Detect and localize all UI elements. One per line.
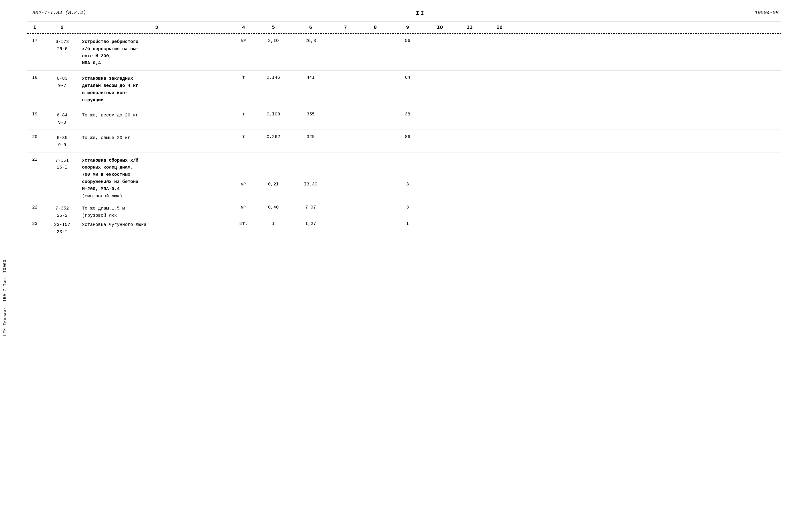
- row-desc: То же, весом до 20 кг: [82, 112, 231, 119]
- row-val5: 44I: [291, 75, 330, 80]
- row-num: 22: [27, 205, 42, 210]
- row-unit: т: [231, 75, 256, 80]
- col-header-6: 6: [291, 24, 330, 30]
- row-val8: 56: [390, 38, 425, 43]
- row-num: I8: [27, 75, 42, 80]
- row-val4: 0,2I: [256, 157, 291, 187]
- row-num: 20: [27, 134, 42, 139]
- row-val4: 0,I08: [256, 112, 291, 117]
- row-val5: 355: [291, 112, 330, 117]
- row-val8: 38: [390, 112, 425, 117]
- header-center: II: [416, 10, 425, 17]
- table-row: 20 6-859-9 То же, свыше 20 кг т 0,262 32…: [27, 130, 781, 152]
- row-desc: То же диам.1,5 м(грузовой люк: [82, 205, 231, 219]
- row-code: 23-I5723-I: [42, 221, 82, 235]
- row-num: I7: [27, 38, 42, 43]
- row-val8: 3: [390, 205, 425, 210]
- row-val5: I3,30: [291, 157, 330, 187]
- row-code: 6-859-9: [42, 134, 82, 149]
- row-val8: 3: [390, 157, 425, 187]
- row-val4: 0,262: [256, 134, 291, 139]
- row-val4: 0,I46: [256, 75, 291, 80]
- table-row: 2I 7-35I25-I Установка сборных х/бопорны…: [27, 152, 781, 204]
- col-header-10: IO: [425, 24, 455, 30]
- row-unit: т: [231, 134, 256, 139]
- row-unit: м³: [231, 38, 256, 43]
- row-num: 23: [27, 221, 42, 226]
- table-row: I7 6-I78I6-6 Устройство ребристогох/б пе…: [27, 34, 781, 71]
- row-val8: I: [390, 221, 425, 226]
- row-desc: Установка закладныхдеталей весом до 4 кг…: [82, 75, 231, 103]
- row-desc: Устройство ребристогох/б перекрытия на в…: [82, 38, 231, 67]
- col-header-4: 4: [231, 24, 256, 30]
- row-code: 6-849-8: [42, 112, 82, 126]
- row-desc: То же, свыше 20 кг: [82, 134, 231, 141]
- row-val5: 26,8: [291, 38, 330, 43]
- table-row: I9 6-849-8 То же, весом до 20 кг т 0,I08…: [27, 107, 781, 130]
- row-val5: 7,97: [291, 205, 330, 210]
- row-unit: м³: [231, 157, 256, 187]
- row-num: I9: [27, 112, 42, 117]
- row-desc: Установка чугунного люка: [82, 221, 231, 228]
- row-num: 2I: [27, 157, 42, 162]
- row-val4: 0,40: [256, 205, 291, 210]
- col-header-3: 3: [82, 24, 231, 30]
- row-code: 7-35I25-I: [42, 157, 82, 171]
- header-right: 19504-08: [755, 10, 779, 16]
- col-header-9: 9: [390, 24, 425, 30]
- row-unit: т: [231, 112, 256, 117]
- col-header-2: 2: [42, 24, 82, 30]
- column-headers-row: I 2 3 4 5 6 7 8 9 IO II I2: [27, 22, 781, 33]
- table-row: I8 6-839-7 Установка закладныхдеталей ве…: [27, 71, 781, 107]
- row-val8: 64: [390, 75, 425, 80]
- page-container: ШТИ Типлаек. I50-7 Тип. I0000 902-7-I.84…: [0, 0, 796, 532]
- col-header-12: I2: [485, 24, 514, 30]
- row-val4: I: [256, 221, 291, 226]
- row-unit: шт.: [231, 221, 256, 226]
- row-code: 6-I78I6-6: [42, 38, 82, 53]
- col-header-11: II: [455, 24, 485, 30]
- table-row: 23 23-I5723-I Установка чугунного люка ш…: [27, 220, 781, 236]
- col-header-5: 5: [256, 24, 291, 30]
- col-header-7: 7: [330, 24, 360, 30]
- col-header-1: I: [27, 24, 42, 30]
- row-unit: м³: [231, 205, 256, 210]
- header-row: 902-7-I.84 (В.к.4) II 19504-08: [15, 10, 781, 17]
- col-header-8: 8: [360, 24, 390, 30]
- row-val8: 86: [390, 134, 425, 139]
- table-row: 22 7-35225-2 То же диам.1,5 м(грузовой л…: [27, 203, 781, 220]
- header-left: 902-7-I.84 (В.к.4): [32, 10, 86, 16]
- row-val5: 329: [291, 134, 330, 139]
- row-val5: I,27: [291, 221, 330, 226]
- side-label: ШТИ Типлаек. I50-7 Тип. I0000: [3, 260, 7, 336]
- row-code: 6-839-7: [42, 75, 82, 89]
- main-table: I 2 3 4 5 6 7 8 9 IO II I2 I7 6-I78I6-6 …: [27, 22, 781, 236]
- side-label-container: ШТИ Типлаек. I50-7 Тип. I0000: [1, 198, 9, 397]
- row-val4: 2,IO: [256, 38, 291, 43]
- row-code: 7-35225-2: [42, 205, 82, 219]
- row-desc: Установка сборных х/бопорных колец диам.…: [82, 157, 231, 200]
